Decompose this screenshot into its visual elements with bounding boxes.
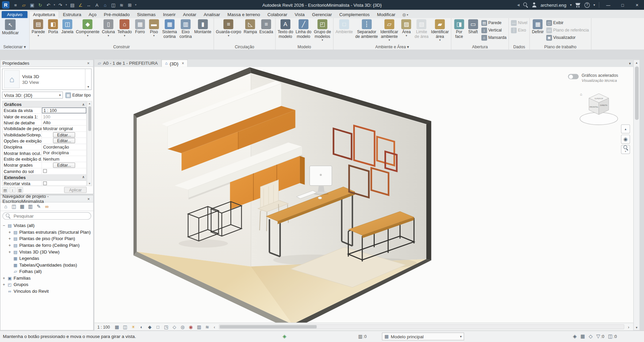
- ribbon-button[interactable]: ◺ Rampa: [243, 18, 258, 34]
- view-control-icon[interactable]: ◳: [162, 324, 170, 330]
- ribbon-small-button[interactable]: ◫ Exibir: [545, 19, 590, 26]
- sort-icon[interactable]: ▤: [2, 187, 8, 192]
- ribbon-button[interactable]: ↖ Modificar: [1, 18, 20, 35]
- steering-wheel-button[interactable]: ◉: [621, 135, 630, 144]
- ribbon-button[interactable]: ≡ Escada: [258, 18, 274, 34]
- ribbon-button[interactable]: ◨ Por face: [452, 18, 466, 39]
- back-icon[interactable]: ◀: [517, 3, 520, 7]
- property-value[interactable]: 1 : 100: [42, 108, 86, 113]
- browser-tool-icon[interactable]: ▦: [18, 203, 26, 210]
- viewcube[interactable]: ⌂ SUPERIOR FRONTAL DIREITA: [576, 88, 622, 128]
- browser-tool-icon[interactable]: ◫: [10, 203, 18, 210]
- edit-type-button[interactable]: ▦ Editar tipo: [64, 92, 92, 98]
- tree-expander[interactable]: +: [2, 282, 6, 287]
- maximize-button[interactable]: □: [617, 0, 628, 10]
- ribbon-button[interactable]: ▨ Área ▾: [399, 18, 414, 37]
- browser-tool-icon[interactable]: ✎: [35, 203, 42, 210]
- help-icon[interactable]: ?: [584, 2, 590, 8]
- property-value[interactable]: [42, 180, 86, 186]
- ribbon-group-label[interactable]: Ambiente e Área ▾: [334, 44, 450, 50]
- scroll-down-icon[interactable]: ▾: [89, 182, 90, 185]
- status-mini-counter[interactable]: ▥ :0: [358, 334, 367, 339]
- ribbon-group-label[interactable]: Modelo: [276, 44, 332, 50]
- ribbon-small-button[interactable]: ▭ Plano de referência: [545, 27, 590, 34]
- tree-item[interactable]: ▦ Legendas: [0, 255, 93, 262]
- qat-icon[interactable]: ↷: [56, 1, 64, 9]
- view-control-icon[interactable]: ◫: [121, 324, 129, 330]
- view-control-icon[interactable]: ▥: [195, 324, 203, 330]
- ribbon-button[interactable]: ▦ Definir: [531, 18, 545, 34]
- ribbon-group-label[interactable]: Dados: [510, 44, 529, 50]
- qat-icon[interactable]: ↔: [85, 1, 93, 9]
- horizontal-scrollbar[interactable]: [219, 324, 624, 329]
- zoom-button[interactable]: ▾: [621, 145, 630, 154]
- search-icon[interactable]: [523, 2, 528, 7]
- property-value[interactable]: Editar...: [42, 132, 86, 137]
- tree-expander[interactable]: +: [2, 276, 6, 280]
- property-value[interactable]: Coordenação: [42, 144, 86, 150]
- checkbox[interactable]: [43, 169, 47, 173]
- user-menu-arrow-icon[interactable]: ▾: [570, 3, 572, 7]
- property-value[interactable]: Por disciplina: [42, 150, 86, 156]
- ribbon-tab[interactable]: Estrutura: [59, 11, 85, 18]
- sort-icon[interactable]: ↕: [9, 187, 15, 192]
- qat-icon[interactable]: ▣: [28, 1, 36, 9]
- ribbon-group-label[interactable]: Circulação: [215, 44, 274, 50]
- tab-close-icon[interactable]: ×: [180, 61, 184, 65]
- scroll-right-icon[interactable]: ›: [626, 325, 631, 329]
- ribbon-tab[interactable]: Inserir: [159, 11, 179, 18]
- section-header-graficos[interactable]: Gráficos ∧: [2, 101, 86, 107]
- scroll-thumb[interactable]: [635, 66, 639, 120]
- qat-icon[interactable]: R: [2, 1, 9, 9]
- qat-icon[interactable]: ⌂: [101, 1, 109, 9]
- ribbon-small-button[interactable]: ▤ Parede: [480, 19, 508, 26]
- status-icon[interactable]: ◈: [573, 333, 577, 339]
- view-control-icon[interactable]: ☀: [129, 324, 137, 330]
- tree-expander[interactable]: +: [8, 236, 11, 241]
- section-header-extensoes[interactable]: Extensões ∧: [2, 174, 86, 180]
- property-value[interactable]: Mostrar original: [42, 126, 86, 131]
- status-center-icon[interactable]: ◈: [282, 333, 286, 339]
- vertical-scrollbar[interactable]: ▴ ▾: [633, 60, 640, 331]
- ribbon-button[interactable]: ▧ Limite de área: [413, 18, 430, 39]
- ribbon-group-label[interactable]: Plano de trabalho: [531, 44, 590, 50]
- ribbon-button[interactable]: A Texto do modelo: [276, 18, 294, 39]
- tree-item[interactable]: + ▤ Plantas de piso (Floor Plan): [0, 235, 93, 242]
- qat-icon[interactable]: ≋: [117, 1, 125, 9]
- ribbon-tab[interactable]: Pré-moldado: [100, 11, 133, 18]
- ribbon-button[interactable]: ▰ Identificar área ▾: [430, 18, 450, 42]
- ribbon-tab[interactable]: Gerenciar: [308, 11, 335, 18]
- type-selector[interactable]: ⌂ Vista 3D 3D View ▾: [2, 68, 92, 90]
- ribbon-small-button[interactable]: ▣ Visualizador: [545, 34, 590, 41]
- username[interactable]: archenzi.eng: [540, 2, 566, 7]
- view-control-icon[interactable]: ◐: [138, 324, 145, 330]
- scroll-thumb[interactable]: [220, 325, 317, 329]
- ribbon-small-button[interactable]: ┆ Eixo: [510, 27, 529, 34]
- design-options-selector[interactable]: ▦ Modelo principal ▾: [382, 333, 464, 340]
- ribbon-group-label[interactable]: Construir: [31, 44, 213, 50]
- selection-toggle[interactable]: ◎ ▾: [402, 12, 408, 18]
- tree-item[interactable]: + ◰ Grupos: [0, 281, 93, 288]
- property-value[interactable]: [42, 168, 86, 174]
- browser-tool-icon[interactable]: ∞: [43, 203, 51, 210]
- view-control-icon[interactable]: ◇: [171, 324, 178, 330]
- qat-icon[interactable]: ⊞: [126, 1, 134, 9]
- drawing-area[interactable]: Gráficos acelerados Visualização técnica…: [95, 67, 634, 323]
- qat-icon[interactable]: ↶: [44, 1, 52, 9]
- viewcube-home-icon[interactable]: ⌂: [580, 92, 582, 96]
- ribbon-group-label[interactable]: Selecionar ▾: [1, 44, 28, 50]
- close-icon[interactable]: ×: [86, 196, 91, 201]
- qat-icon[interactable]: ◫: [109, 1, 117, 9]
- ribbon-button[interactable]: ◆ Componente ▾: [75, 18, 101, 37]
- ribbon-small-button[interactable]: ⌂ Mansarda: [480, 34, 508, 41]
- tree-item[interactable]: − ▤ Vistas (all): [0, 222, 93, 229]
- qat-icon[interactable]: ▾: [134, 1, 138, 9]
- status-icon[interactable]: ▦: [580, 333, 585, 339]
- ribbon-tab[interactable]: Massa e terreno: [224, 11, 264, 18]
- accelerated-graphics-toggle[interactable]: [568, 74, 579, 79]
- status-icon[interactable]: ◫ :0: [608, 333, 617, 339]
- store-cart-icon[interactable]: [575, 2, 581, 7]
- tree-item[interactable]: ▱ Folhas (all): [0, 268, 93, 275]
- qat-icon[interactable]: ▱: [20, 1, 28, 9]
- ribbon-button[interactable]: ▯ Coluna ▾: [101, 18, 116, 37]
